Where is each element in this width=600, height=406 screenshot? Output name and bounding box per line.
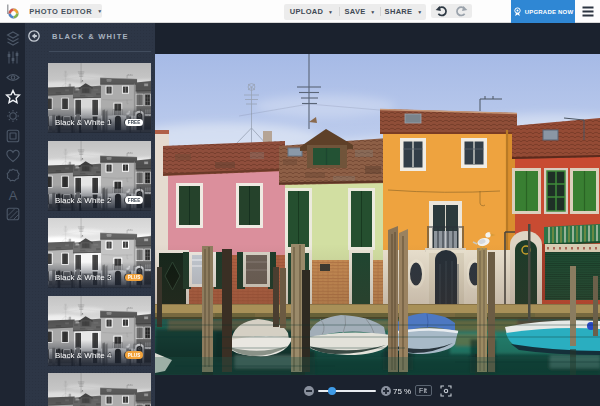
svg-text:A: A [8, 188, 17, 202]
